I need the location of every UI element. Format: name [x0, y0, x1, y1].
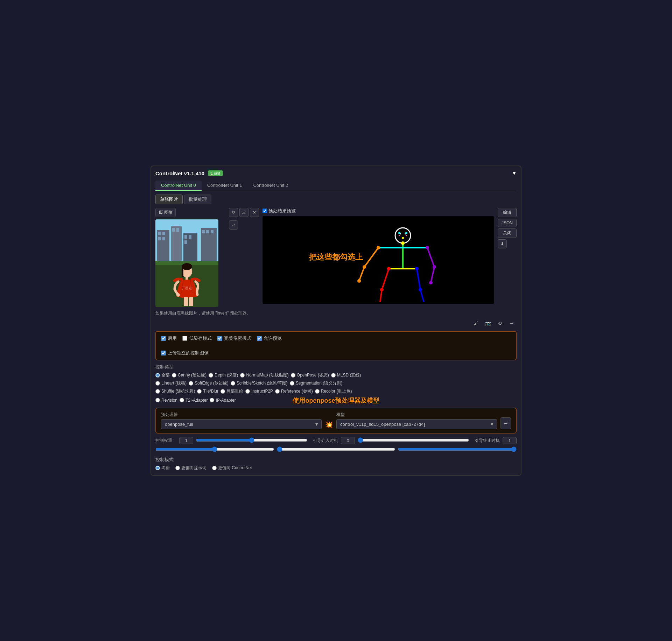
- camera-icon[interactable]: 📷: [483, 318, 493, 328]
- enable-checkbox[interactable]: [161, 336, 166, 341]
- svg-rect-25: [189, 297, 193, 306]
- enable-label: 启用: [168, 335, 177, 341]
- svg-rect-24: [184, 297, 188, 306]
- radio-canny[interactable]: Canny (硬边缘): [172, 372, 206, 378]
- radio-t2iadapter[interactable]: T2I-Adapter: [180, 398, 208, 403]
- pixel-perfect-checkbox[interactable]: [217, 336, 222, 341]
- radio-reference[interactable]: Reference (参考): [275, 388, 313, 394]
- radio-softedge[interactable]: SoftEdge (软边缘): [189, 380, 229, 386]
- model-select[interactable]: control_v11p_sd15_openpose [cab727d4]non…: [336, 419, 497, 429]
- allow-preview-checkbox-item[interactable]: 允许预览: [257, 335, 282, 341]
- app-title: ControlNet v1.1.410: [155, 170, 204, 176]
- sliders-section: 控制权重 1 引导介入时机 0 引导终止时机 1: [155, 437, 517, 453]
- upload-independent-checkbox[interactable]: [161, 351, 166, 355]
- start-value[interactable]: 0: [341, 437, 355, 444]
- pixel-perfect-checkbox-item[interactable]: 完美像素模式: [217, 335, 251, 341]
- svg-rect-2: [158, 232, 161, 235]
- mode-prompt[interactable]: 更偏向提示词: [175, 465, 206, 471]
- control-type-section: 控制类型 全部 Canny (硬边缘) Depth (深度) NormalMap…: [155, 364, 517, 403]
- svg-rect-16: [211, 230, 214, 233]
- radio-all[interactable]: 全部: [155, 372, 170, 378]
- weight-value[interactable]: 1: [179, 437, 193, 444]
- main-image[interactable]: 开墨者: [155, 219, 218, 307]
- swap-btn[interactable]: ↩: [500, 417, 511, 429]
- close-btn[interactable]: ✕: [250, 208, 259, 217]
- brush-icon[interactable]: 🖌: [471, 318, 481, 328]
- end-value[interactable]: 1: [503, 437, 517, 444]
- low-vram-checkbox[interactable]: [182, 336, 187, 341]
- preview-controls: 预处结果预览: [262, 208, 494, 214]
- svg-rect-3: [162, 232, 165, 235]
- reset-btn[interactable]: ↺: [229, 208, 238, 217]
- svg-line-36: [431, 267, 434, 283]
- mode-balanced[interactable]: 均衡: [155, 465, 170, 471]
- slider-tracks-row: [155, 446, 517, 453]
- start-slider[interactable]: [358, 437, 469, 443]
- radio-inpaint[interactable]: 局部重绘: [220, 388, 243, 394]
- weight-slider-row: 控制权重 1 引导介入时机 0 引导终止时机 1: [155, 437, 517, 444]
- control-mode-section: 控制模式 均衡 更偏向提示词 更偏向 ControlNet: [155, 457, 517, 471]
- end-label: 引导终止时机: [472, 438, 500, 444]
- preprocessor-label: 预处理器: [161, 412, 322, 418]
- mirror-btn[interactable]: ⇄: [239, 208, 248, 217]
- allow-preview-checkbox[interactable]: [257, 336, 262, 341]
- subtab-single[interactable]: 单张图片: [155, 195, 183, 204]
- control-mode-row: 均衡 更偏向提示词 更偏向 ControlNet: [155, 465, 517, 471]
- radio-ipadapter[interactable]: IP-Adapter: [210, 398, 236, 403]
- svg-point-45: [433, 265, 436, 269]
- preprocessor-select[interactable]: openpose_fullopenposeopenpose_faceopenpo…: [161, 419, 322, 429]
- mode-controlnet[interactable]: 更偏向 ControlNet: [212, 465, 252, 471]
- svg-point-44: [363, 265, 366, 269]
- refresh-icon[interactable]: ⟲: [495, 318, 505, 328]
- svg-rect-22: [186, 276, 188, 280]
- start-track[interactable]: [277, 446, 396, 452]
- preview-label: 预处结果预览: [268, 208, 296, 214]
- tab-unit0[interactable]: ControlNet Unit 0: [155, 181, 202, 191]
- radio-normalmap[interactable]: NormalMap (法线贴图): [240, 372, 288, 378]
- enable-checkbox-item[interactable]: 启用: [161, 335, 177, 341]
- radio-lineart[interactable]: Lineart (线稿): [155, 380, 187, 386]
- svg-point-46: [357, 279, 361, 283]
- fire-icon[interactable]: 💥: [325, 421, 333, 429]
- image-label-text: 图像: [164, 210, 173, 216]
- settings-box: 启用 低显存模式 完美像素模式 允许预览 上传独立的控制图像: [155, 331, 517, 360]
- expand-btn[interactable]: ⤢: [229, 220, 238, 230]
- control-type-radio-grid-4: Revision T2I-Adapter IP-Adapter: [155, 398, 517, 403]
- svg-point-55: [406, 235, 407, 236]
- radio-revision[interactable]: Revision: [155, 398, 177, 403]
- radio-openpose[interactable]: OpenPose (姿态): [291, 372, 329, 378]
- download-btn[interactable]: ⬇: [498, 239, 507, 248]
- subtab-batch[interactable]: 批量处理: [184, 195, 211, 204]
- low-vram-checkbox-item[interactable]: 低显存模式: [182, 335, 212, 341]
- svg-rect-11: [189, 235, 191, 239]
- tab-unit2[interactable]: ControlNet Unit 2: [247, 181, 294, 191]
- unit-badge: 1 unit: [208, 170, 223, 176]
- svg-text:开墨者: 开墨者: [182, 286, 192, 290]
- svg-point-50: [380, 288, 384, 291]
- close-panel-btn[interactable]: 关闭: [498, 228, 517, 238]
- image-section: 🖼 图像: [155, 208, 517, 307]
- radio-depth[interactable]: Depth (深度): [209, 372, 238, 378]
- edit-btn[interactable]: 编辑: [498, 208, 517, 217]
- end-track[interactable]: [398, 446, 517, 452]
- radio-tileblur[interactable]: Tile/Blur: [197, 388, 218, 394]
- radio-scribble[interactable]: Scribble/Sketch (涂鸦/草图): [231, 380, 288, 386]
- hint-text: 如果使用白底黑线图片，请使用 "invert" 预处理器。: [155, 310, 517, 316]
- sub-tabs-row: 单张图片 批量处理: [155, 195, 517, 204]
- menu-icon[interactable]: ▼: [512, 170, 517, 176]
- radio-segmentation[interactable]: Segmentation (语义分割): [290, 380, 342, 386]
- weight-track[interactable]: [155, 446, 274, 452]
- weight-label: 控制权重: [155, 438, 176, 444]
- tab-unit1[interactable]: ControlNet Unit 1: [202, 181, 248, 191]
- radio-instructp2p[interactable]: InstructP2P: [245, 388, 273, 394]
- radio-recolor[interactable]: Recolor (重上色): [315, 388, 352, 394]
- image-upload-box: 🖼 图像: [155, 208, 225, 307]
- upload-independent-checkbox-item[interactable]: 上传独立的控制图像: [161, 350, 511, 356]
- right-buttons: 编辑 JSON 关闭 ⬇: [498, 208, 517, 248]
- preview-checkbox[interactable]: [262, 209, 267, 213]
- send-icon[interactable]: ↩: [507, 318, 517, 328]
- radio-shuffle[interactable]: Shuffle (随机洗牌): [155, 388, 195, 394]
- weight-slider[interactable]: [196, 437, 307, 443]
- json-btn[interactable]: JSON: [498, 219, 517, 227]
- radio-mlsd[interactable]: MLSD (直线): [331, 372, 361, 378]
